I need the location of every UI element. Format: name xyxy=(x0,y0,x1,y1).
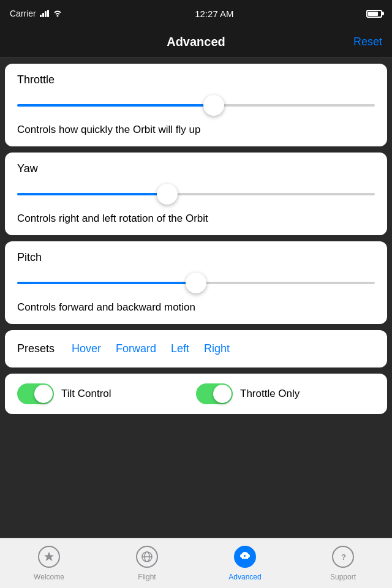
yaw-thumb[interactable] xyxy=(157,184,178,205)
support-icon: ? xyxy=(332,546,354,568)
tab-bar: Welcome Flight Advanced xyxy=(0,538,392,588)
tab-welcome[interactable]: Welcome xyxy=(0,543,98,581)
toggles-row: Tilt Control Throttle Only xyxy=(17,383,375,404)
nav-bar: Advanced Reset xyxy=(0,27,392,58)
yaw-slider[interactable] xyxy=(17,184,375,205)
yaw-card: Yaw Controls right and left rotation of … xyxy=(5,153,387,235)
throttle-thumb[interactable] xyxy=(203,95,224,116)
status-bar: Carrier 12:27 AM xyxy=(0,0,392,27)
tilt-control-toggle-item: Tilt Control xyxy=(17,383,196,404)
support-tab-label: Support xyxy=(330,573,356,581)
flight-tab-label: Flight xyxy=(138,573,156,581)
advanced-icon-wrap xyxy=(232,543,258,570)
content-area: Throttle Controls how quickly the Orbit … xyxy=(0,58,392,538)
svg-text:?: ? xyxy=(341,552,346,562)
reset-button[interactable]: Reset xyxy=(353,36,382,48)
advanced-tab-label: Advanced xyxy=(228,573,261,581)
throttle-only-toggle-item: Throttle Only xyxy=(196,383,375,404)
pitch-description: Controls forward and backward motion xyxy=(17,301,375,314)
carrier-label: Carrier xyxy=(10,9,36,18)
tilt-control-toggle[interactable] xyxy=(17,383,54,404)
preset-forward-button[interactable]: Forward xyxy=(108,340,164,358)
welcome-tab-label: Welcome xyxy=(34,573,64,581)
preset-right-button[interactable]: Right xyxy=(197,340,237,358)
signal-bars-icon xyxy=(40,10,49,17)
toggles-card: Tilt Control Throttle Only xyxy=(5,374,387,414)
battery-icon xyxy=(366,10,382,18)
tab-advanced[interactable]: Advanced xyxy=(196,543,294,581)
preset-hover-button[interactable]: Hover xyxy=(64,340,108,358)
tilt-control-label: Tilt Control xyxy=(61,388,111,400)
throttle-only-knob xyxy=(213,385,232,403)
throttle-label: Throttle xyxy=(17,74,375,86)
status-time: 12:27 AM xyxy=(195,9,233,19)
tilt-control-knob xyxy=(34,385,53,403)
support-icon-wrap: ? xyxy=(330,543,356,570)
tab-flight[interactable]: Flight xyxy=(98,543,196,581)
throttle-description: Controls how quickly the Orbit will fly … xyxy=(17,123,375,137)
wifi-icon xyxy=(53,9,62,18)
throttle-card: Throttle Controls how quickly the Orbit … xyxy=(5,64,387,146)
presets-label: Presets xyxy=(17,342,55,355)
flight-icon xyxy=(136,546,158,568)
welcome-icon xyxy=(38,546,60,568)
advanced-icon xyxy=(234,546,256,568)
throttle-slider[interactable] xyxy=(17,95,375,116)
pitch-card: Pitch Controls forward and backward moti… xyxy=(5,241,387,324)
throttle-only-toggle[interactable] xyxy=(196,383,233,404)
yaw-fill xyxy=(17,193,167,195)
preset-left-button[interactable]: Left xyxy=(164,340,197,358)
presets-card: Presets Hover Forward Left Right xyxy=(5,330,387,368)
pitch-fill xyxy=(17,282,196,284)
pitch-thumb[interactable] xyxy=(186,273,206,293)
status-right xyxy=(366,10,382,18)
throttle-only-label: Throttle Only xyxy=(240,388,300,400)
pitch-slider[interactable] xyxy=(17,273,375,293)
yaw-label: Yaw xyxy=(17,162,375,175)
throttle-fill xyxy=(17,104,214,107)
status-left: Carrier xyxy=(10,9,62,18)
nav-title: Advanced xyxy=(167,35,225,49)
pitch-label: Pitch xyxy=(17,251,375,264)
yaw-description: Controls right and left rotation of the … xyxy=(17,212,375,225)
flight-icon-wrap xyxy=(134,543,160,570)
welcome-icon-wrap xyxy=(36,543,62,570)
presets-row: Presets Hover Forward Left Right xyxy=(17,340,375,358)
tab-support[interactable]: ? Support xyxy=(294,543,392,581)
